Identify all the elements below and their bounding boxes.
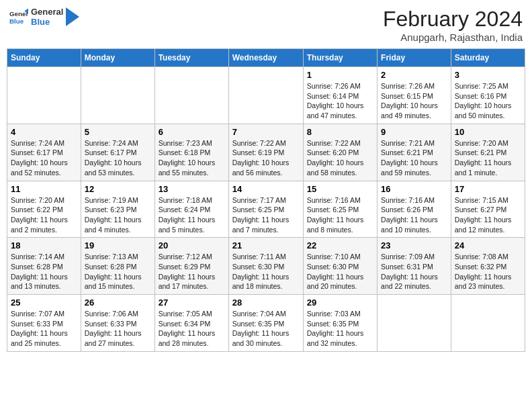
day-info: Sunrise: 7:22 AMSunset: 6:19 PMDaylight:… xyxy=(232,138,300,178)
day-info: Sunrise: 7:20 AMSunset: 6:21 PMDaylight:… xyxy=(455,138,521,178)
day-info: Sunrise: 7:13 AMSunset: 6:28 PMDaylight:… xyxy=(85,252,151,291)
day-number: 12 xyxy=(85,184,151,194)
day-info: Sunrise: 7:26 AMSunset: 6:14 PMDaylight:… xyxy=(307,81,373,121)
day-number: 1 xyxy=(307,70,373,80)
day-info: Sunrise: 7:25 AMSunset: 6:16 PMDaylight:… xyxy=(455,81,521,121)
day-cell xyxy=(451,295,525,352)
day-cell xyxy=(228,67,303,124)
day-info: Sunrise: 7:24 AMSunset: 6:17 PMDaylight:… xyxy=(85,138,151,178)
day-info: Sunrise: 7:15 AMSunset: 6:27 PMDaylight:… xyxy=(455,195,521,235)
day-number: 6 xyxy=(159,127,225,137)
calendar-table: SundayMondayTuesdayWednesdayThursdayFrid… xyxy=(7,48,525,352)
day-number: 23 xyxy=(381,240,447,250)
svg-marker-4 xyxy=(66,7,79,26)
day-number: 2 xyxy=(381,70,447,80)
weekday-header-friday: Friday xyxy=(378,49,451,67)
day-number: 15 xyxy=(307,184,373,194)
week-row-1: 1Sunrise: 7:26 AMSunset: 6:14 PMDaylight… xyxy=(7,67,525,124)
day-cell: 18Sunrise: 7:14 AMSunset: 6:28 PMDayligh… xyxy=(7,238,81,295)
week-row-2: 4Sunrise: 7:24 AMSunset: 6:17 PMDaylight… xyxy=(7,124,525,181)
day-info: Sunrise: 7:17 AMSunset: 6:25 PMDaylight:… xyxy=(232,195,300,235)
weekday-header-wednesday: Wednesday xyxy=(228,49,303,67)
day-cell: 21Sunrise: 7:11 AMSunset: 6:30 PMDayligh… xyxy=(228,238,303,295)
day-info: Sunrise: 7:16 AMSunset: 6:26 PMDaylight:… xyxy=(381,195,447,235)
day-number: 4 xyxy=(11,127,77,137)
day-info: Sunrise: 7:19 AMSunset: 6:23 PMDaylight:… xyxy=(85,195,151,235)
day-cell: 14Sunrise: 7:17 AMSunset: 6:25 PMDayligh… xyxy=(228,181,303,238)
day-info: Sunrise: 7:05 AMSunset: 6:34 PMDaylight:… xyxy=(159,309,225,349)
weekday-header-row: SundayMondayTuesdayWednesdayThursdayFrid… xyxy=(7,49,525,67)
day-cell: 5Sunrise: 7:24 AMSunset: 6:17 PMDaylight… xyxy=(81,124,154,181)
day-cell xyxy=(154,67,228,124)
day-number: 9 xyxy=(381,127,447,137)
day-number: 14 xyxy=(232,184,300,194)
day-info: Sunrise: 7:06 AMSunset: 6:33 PMDaylight:… xyxy=(85,309,151,349)
day-cell: 11Sunrise: 7:20 AMSunset: 6:22 PMDayligh… xyxy=(7,181,81,238)
day-info: Sunrise: 7:04 AMSunset: 6:35 PMDaylight:… xyxy=(232,309,300,349)
logo-arrow-icon xyxy=(66,7,79,26)
day-number: 8 xyxy=(307,127,373,137)
day-number: 13 xyxy=(159,184,225,194)
day-cell: 13Sunrise: 7:18 AMSunset: 6:24 PMDayligh… xyxy=(154,181,228,238)
day-cell: 7Sunrise: 7:22 AMSunset: 6:19 PMDaylight… xyxy=(228,124,303,181)
day-number: 17 xyxy=(455,184,521,194)
day-cell: 8Sunrise: 7:22 AMSunset: 6:20 PMDaylight… xyxy=(303,124,377,181)
day-cell: 17Sunrise: 7:15 AMSunset: 6:27 PMDayligh… xyxy=(451,181,525,238)
page-header: General Blue General Blue February 2024 … xyxy=(7,7,525,43)
location: Anupgarh, Rajasthan, India xyxy=(383,32,523,43)
day-info: Sunrise: 7:16 AMSunset: 6:25 PMDaylight:… xyxy=(307,195,373,235)
day-cell: 29Sunrise: 7:03 AMSunset: 6:35 PMDayligh… xyxy=(303,295,377,352)
day-number: 26 xyxy=(85,298,151,308)
weekday-header-tuesday: Tuesday xyxy=(154,49,228,67)
day-cell: 28Sunrise: 7:04 AMSunset: 6:35 PMDayligh… xyxy=(228,295,303,352)
week-row-5: 25Sunrise: 7:07 AMSunset: 6:33 PMDayligh… xyxy=(7,295,525,352)
day-info: Sunrise: 7:24 AMSunset: 6:17 PMDaylight:… xyxy=(11,138,77,178)
day-cell: 1Sunrise: 7:26 AMSunset: 6:14 PMDaylight… xyxy=(303,67,377,124)
day-cell: 27Sunrise: 7:05 AMSunset: 6:34 PMDayligh… xyxy=(154,295,228,352)
day-cell xyxy=(7,67,81,124)
day-cell: 22Sunrise: 7:10 AMSunset: 6:30 PMDayligh… xyxy=(303,238,377,295)
day-number: 11 xyxy=(11,184,77,194)
month-title: February 2024 xyxy=(383,7,523,32)
day-cell: 25Sunrise: 7:07 AMSunset: 6:33 PMDayligh… xyxy=(7,295,81,352)
title-block: February 2024 Anupgarh, Rajasthan, India xyxy=(383,7,523,43)
day-cell: 4Sunrise: 7:24 AMSunset: 6:17 PMDaylight… xyxy=(7,124,81,181)
day-number: 20 xyxy=(159,240,225,250)
day-cell: 20Sunrise: 7:12 AMSunset: 6:29 PMDayligh… xyxy=(154,238,228,295)
day-cell: 16Sunrise: 7:16 AMSunset: 6:26 PMDayligh… xyxy=(378,181,451,238)
day-cell: 3Sunrise: 7:25 AMSunset: 6:16 PMDaylight… xyxy=(451,67,525,124)
day-number: 7 xyxy=(232,127,300,137)
day-cell: 10Sunrise: 7:20 AMSunset: 6:21 PMDayligh… xyxy=(451,124,525,181)
day-number: 24 xyxy=(455,240,521,250)
day-number: 5 xyxy=(85,127,151,137)
day-info: Sunrise: 7:14 AMSunset: 6:28 PMDaylight:… xyxy=(11,252,77,291)
weekday-header-sunday: Sunday xyxy=(7,49,81,67)
weekday-header-thursday: Thursday xyxy=(303,49,377,67)
day-info: Sunrise: 7:12 AMSunset: 6:29 PMDaylight:… xyxy=(159,252,225,291)
day-cell: 15Sunrise: 7:16 AMSunset: 6:25 PMDayligh… xyxy=(303,181,377,238)
day-number: 22 xyxy=(307,240,373,250)
week-row-3: 11Sunrise: 7:20 AMSunset: 6:22 PMDayligh… xyxy=(7,181,525,238)
logo: General Blue General Blue xyxy=(9,7,79,27)
day-info: Sunrise: 7:07 AMSunset: 6:33 PMDaylight:… xyxy=(11,309,77,349)
day-info: Sunrise: 7:20 AMSunset: 6:22 PMDaylight:… xyxy=(11,195,77,235)
day-cell: 9Sunrise: 7:21 AMSunset: 6:21 PMDaylight… xyxy=(378,124,451,181)
day-number: 10 xyxy=(455,127,521,137)
day-info: Sunrise: 7:10 AMSunset: 6:30 PMDaylight:… xyxy=(307,252,373,291)
day-cell: 23Sunrise: 7:09 AMSunset: 6:31 PMDayligh… xyxy=(378,238,451,295)
day-number: 3 xyxy=(455,70,521,80)
day-number: 28 xyxy=(232,298,300,308)
week-row-4: 18Sunrise: 7:14 AMSunset: 6:28 PMDayligh… xyxy=(7,238,525,295)
day-cell: 6Sunrise: 7:23 AMSunset: 6:18 PMDaylight… xyxy=(154,124,228,181)
day-number: 27 xyxy=(159,298,225,308)
weekday-header-monday: Monday xyxy=(81,49,154,67)
day-info: Sunrise: 7:21 AMSunset: 6:21 PMDaylight:… xyxy=(381,138,447,178)
day-cell: 12Sunrise: 7:19 AMSunset: 6:23 PMDayligh… xyxy=(81,181,154,238)
logo-icon: General Blue xyxy=(9,7,28,26)
day-info: Sunrise: 7:08 AMSunset: 6:32 PMDaylight:… xyxy=(455,252,521,291)
day-info: Sunrise: 7:11 AMSunset: 6:30 PMDaylight:… xyxy=(232,252,300,291)
day-number: 25 xyxy=(11,298,77,308)
day-cell xyxy=(378,295,451,352)
day-cell: 24Sunrise: 7:08 AMSunset: 6:32 PMDayligh… xyxy=(451,238,525,295)
day-number: 16 xyxy=(381,184,447,194)
